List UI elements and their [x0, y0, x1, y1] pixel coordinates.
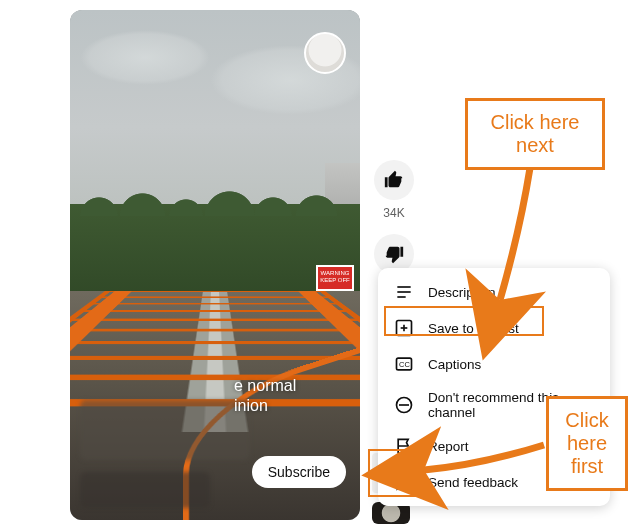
thumbs-up-icon — [383, 169, 405, 191]
menu-item-label: Save to playlist — [428, 321, 519, 336]
shorts-video[interactable]: WARNING KEEP OFF e normal inion Subscrib… — [70, 10, 360, 520]
captions-icon: CC — [394, 354, 414, 374]
thumbs-down-icon — [383, 243, 405, 265]
menu-item-label: Send feedback — [428, 475, 518, 490]
flag-icon — [394, 436, 414, 456]
menu-item-save-to-playlist[interactable]: Save to playlist — [378, 310, 610, 346]
blurred-region — [80, 400, 250, 460]
menu-item-label: Report — [428, 439, 469, 454]
svg-point-11 — [404, 483, 405, 484]
subscribe-button[interactable]: Subscribe — [252, 456, 346, 488]
warning-sign: WARNING KEEP OFF — [316, 265, 354, 291]
video-caption: e normal inion — [234, 376, 344, 416]
blurred-region — [80, 472, 210, 508]
description-icon — [394, 282, 414, 302]
caption-line: inion — [234, 397, 268, 414]
menu-item-label: Description — [428, 285, 496, 300]
feedback-icon — [394, 472, 414, 492]
menu-item-captions[interactable]: CC Captions — [378, 346, 610, 382]
annotation-callout-first: Click here first — [546, 396, 628, 491]
action-column: 34K — [372, 160, 416, 274]
channel-avatar[interactable] — [304, 32, 346, 74]
menu-item-description[interactable]: Description — [378, 274, 610, 310]
annotation-callout-next: Click here next — [465, 98, 605, 170]
caption-line: e normal — [234, 377, 296, 394]
svg-text:CC: CC — [399, 360, 410, 369]
like-count: 34K — [383, 206, 404, 220]
playlist-add-icon — [394, 318, 414, 338]
cloud — [80, 30, 210, 85]
like-button[interactable] — [374, 160, 414, 200]
menu-item-label: Captions — [428, 357, 481, 372]
block-icon — [394, 395, 414, 415]
